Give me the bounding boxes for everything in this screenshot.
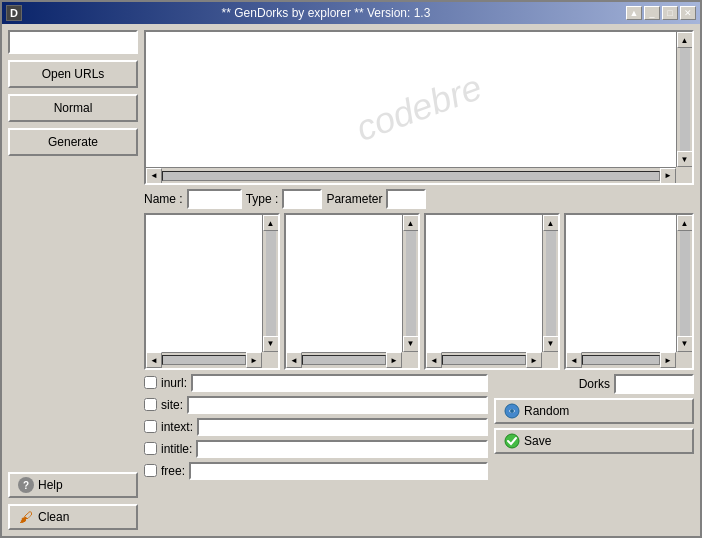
scroll-up-btn[interactable]: ▲ <box>677 32 693 48</box>
svg-point-1 <box>510 409 514 413</box>
scroll-down-btn[interactable]: ▼ <box>677 151 693 167</box>
app-icon: D <box>6 5 22 21</box>
scroll-right-btn[interactable]: ► <box>660 168 676 184</box>
intitle-label: intitle: <box>161 442 192 456</box>
main-scrollbar-h[interactable]: ◄ ► <box>146 167 676 183</box>
p1-scroll-up[interactable]: ▲ <box>263 215 279 231</box>
panel-3[interactable]: ▲ ▼ ◄ ► <box>424 213 560 370</box>
free-field[interactable] <box>189 462 488 480</box>
p4-scroll-down[interactable]: ▼ <box>677 336 693 352</box>
p4-track-h <box>582 355 660 365</box>
panel-1[interactable]: ▲ ▼ ◄ ► <box>144 213 280 370</box>
help-button[interactable]: ? Help <box>8 472 138 498</box>
maximize-button[interactable]: □ <box>662 6 678 20</box>
type-input[interactable] <box>282 189 322 209</box>
open-urls-button[interactable]: Open URLs <box>8 60 138 88</box>
p4-scroll-left[interactable]: ◄ <box>566 352 582 368</box>
panel1-scrollbar-h[interactable]: ◄ ► <box>146 352 262 368</box>
name-input[interactable] <box>187 189 242 209</box>
inurl-field[interactable] <box>191 374 488 392</box>
p3-scroll-left[interactable]: ◄ <box>426 352 442 368</box>
p3-scroll-right[interactable]: ► <box>526 352 542 368</box>
inurl-row: inurl: <box>144 374 488 392</box>
bottom-section: inurl: site: intext: <box>144 374 694 531</box>
free-checkbox[interactable] <box>144 464 157 477</box>
scroll-track-h <box>162 171 660 181</box>
scroll-corner <box>676 167 692 183</box>
intext-checkbox[interactable] <box>144 420 157 433</box>
inurl-checkbox[interactable] <box>144 376 157 389</box>
window-title: ** GenDorks by explorer ** Version: 1.3 <box>26 6 626 20</box>
p4-corner <box>676 352 692 368</box>
p4-scroll-right[interactable]: ► <box>660 352 676 368</box>
panels-row: ▲ ▼ ◄ ► ▲ ▼ <box>144 213 694 370</box>
scroll-track-v <box>680 48 690 151</box>
p2-scroll-right[interactable]: ► <box>386 352 402 368</box>
name-type-row: Name : Type : Parameter <box>144 189 694 209</box>
generate-button[interactable]: Generate <box>8 128 138 156</box>
p3-scroll-down[interactable]: ▼ <box>543 336 559 352</box>
panel3-scrollbar-v[interactable]: ▲ ▼ <box>542 215 558 352</box>
random-button[interactable]: Random <box>494 398 694 424</box>
intitle-field[interactable] <box>196 440 488 458</box>
type-label: Type : <box>246 192 279 206</box>
p3-scroll-up[interactable]: ▲ <box>543 215 559 231</box>
panel-far-right[interactable]: ▲ ▼ ◄ ► <box>564 213 694 370</box>
panel3-scrollbar-h[interactable]: ◄ ► <box>426 352 542 368</box>
intext-label: intext: <box>161 420 193 434</box>
panel4-scrollbar-v[interactable]: ▲ ▼ <box>676 215 692 352</box>
p3-corner <box>542 352 558 368</box>
scroll-left-btn[interactable]: ◄ <box>146 168 162 184</box>
site-checkbox[interactable] <box>144 398 157 411</box>
checkbox-section: inurl: site: intext: <box>144 374 488 531</box>
intext-row: intext: <box>144 418 488 436</box>
p1-scroll-right[interactable]: ► <box>246 352 262 368</box>
site-label: site: <box>161 398 183 412</box>
intitle-checkbox[interactable] <box>144 442 157 455</box>
brush-icon: 🖌 <box>18 509 34 525</box>
p2-scroll-up[interactable]: ▲ <box>403 215 419 231</box>
p1-track-h <box>162 355 246 365</box>
site-row: site: <box>144 396 488 414</box>
url-input[interactable] <box>8 30 138 54</box>
right-panel: codebre ▲ ▼ ◄ ► Name : Type : <box>144 30 694 530</box>
clean-button[interactable]: 🖌 Clean <box>8 504 138 530</box>
dorks-row: Dorks <box>494 374 694 394</box>
panel-2[interactable]: ▲ ▼ ◄ ► <box>284 213 420 370</box>
parameter-input[interactable] <box>386 189 426 209</box>
inurl-label: inurl: <box>161 376 187 390</box>
content-area: Open URLs Normal Generate ? Help 🖌 Clean… <box>2 24 700 536</box>
minimize-button[interactable]: _ <box>644 6 660 20</box>
p2-scroll-left[interactable]: ◄ <box>286 352 302 368</box>
help-icon: ? <box>18 477 34 493</box>
p1-scroll-down[interactable]: ▼ <box>263 336 279 352</box>
dorks-section: Dorks Random <box>494 374 694 531</box>
normal-button[interactable]: Normal <box>8 94 138 122</box>
p2-corner <box>402 352 418 368</box>
p3-track-v <box>546 231 556 336</box>
main-window: D ** GenDorks by explorer ** Version: 1.… <box>0 0 702 538</box>
save-icon <box>504 433 520 449</box>
panel2-scrollbar-v[interactable]: ▲ ▼ <box>402 215 418 352</box>
main-text-area[interactable]: codebre ▲ ▼ ◄ ► <box>144 30 694 185</box>
main-scrollbar-v[interactable]: ▲ ▼ <box>676 32 692 167</box>
p3-track-h <box>442 355 526 365</box>
intitle-row: intitle: <box>144 440 488 458</box>
panel2-scrollbar-h[interactable]: ◄ ► <box>286 352 402 368</box>
dorks-input[interactable] <box>614 374 694 394</box>
parameter-label: Parameter <box>326 192 382 206</box>
intext-field[interactable] <box>197 418 488 436</box>
p1-track-v <box>266 231 276 336</box>
name-label: Name : <box>144 192 183 206</box>
save-button[interactable]: Save <box>494 428 694 454</box>
p1-scroll-left[interactable]: ◄ <box>146 352 162 368</box>
panel4-scrollbar-h[interactable]: ◄ ► <box>566 352 676 368</box>
p4-track-v <box>680 231 690 336</box>
panel1-scrollbar-v[interactable]: ▲ ▼ <box>262 215 278 352</box>
title-bar: D ** GenDorks by explorer ** Version: 1.… <box>2 2 700 24</box>
p4-scroll-up[interactable]: ▲ <box>677 215 693 231</box>
site-field[interactable] <box>187 396 488 414</box>
up-button[interactable]: ▲ <box>626 6 642 20</box>
p2-scroll-down[interactable]: ▼ <box>403 336 419 352</box>
close-button[interactable]: ✕ <box>680 6 696 20</box>
